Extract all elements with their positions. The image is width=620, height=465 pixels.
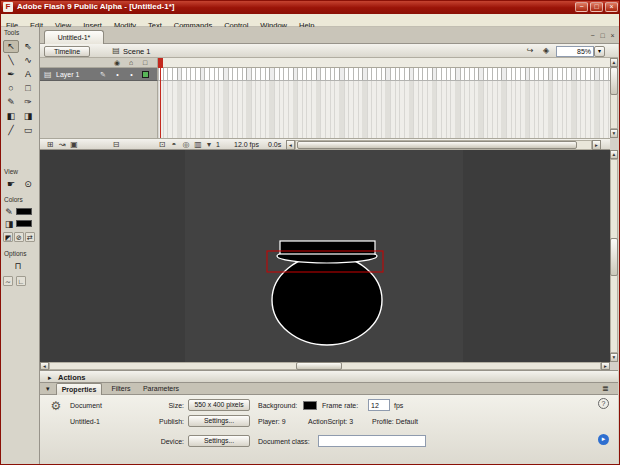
eraser-tool[interactable]: ▭ — [20, 124, 36, 137]
title-bar[interactable]: F Adobe Flash 9 Public Alpha - [Untitled… — [0, 0, 620, 14]
profile-info: Profile: Default — [372, 417, 418, 427]
timeline-scroll-up-icon[interactable]: ▴ — [610, 58, 618, 67]
timeline-scroll-right-icon[interactable]: ▸ — [592, 140, 601, 150]
pot-lid-shape[interactable] — [280, 241, 375, 254]
stage-scroll-left-icon[interactable]: ◂ — [40, 362, 49, 370]
expand-arrow-icon[interactable]: ▸ — [48, 372, 52, 383]
zoom-dropdown-icon[interactable]: ▾ — [594, 46, 605, 57]
scene-icon: ▤ — [110, 46, 122, 57]
brush-tool[interactable]: ✑ — [20, 96, 36, 109]
document-name-label: Untitled-1 — [70, 417, 100, 427]
actions-panel-bar[interactable]: ▸ Actions — [40, 370, 618, 383]
background-color-swatch[interactable] — [303, 401, 317, 410]
pot-body-shape[interactable] — [272, 255, 382, 345]
ink-bottle-tool[interactable]: ◧ — [3, 110, 19, 123]
stage-pasteboard[interactable] — [40, 150, 610, 362]
layer-lock-dot[interactable]: • — [128, 68, 135, 81]
layer-list-empty-area — [40, 81, 158, 138]
menu-bar: FileEditViewInsertModifyTextCommandsCont… — [0, 14, 620, 27]
layer-visibility-dot[interactable]: • — [114, 68, 121, 81]
straighten-button[interactable]: ∟ — [16, 276, 26, 286]
panel-minimize-icon[interactable]: − — [588, 31, 597, 41]
document-tab[interactable]: Untitled-1* — [44, 30, 104, 44]
playhead-line — [160, 68, 161, 138]
pencil-tool[interactable]: ✎ — [3, 96, 19, 109]
timeline-scroll-left-icon[interactable]: ◂ — [286, 140, 295, 150]
publish-label: Publish: — [146, 417, 184, 427]
layer-frames-row[interactable] — [158, 68, 610, 81]
rectangle-tool[interactable]: □ — [20, 82, 36, 95]
oval-tool[interactable]: ○ — [3, 82, 19, 95]
stage-vscroll-thumb[interactable] — [610, 238, 618, 276]
shortcut-icon[interactable]: ▸ — [598, 434, 609, 445]
timeline-scroll-down-icon[interactable]: ▾ — [610, 129, 618, 138]
line-tool[interactable]: ╲ — [3, 54, 19, 67]
tools-panel: Tools ↖ ⇖ ╲ ∿ ✒ A ○ □ ✎ ✑ ◧ ◨ ╱ ▭ View ☛… — [0, 27, 40, 465]
playhead-marker[interactable] — [158, 58, 163, 68]
layer-row[interactable]: ▤ Layer 1 ✎ • • — [40, 68, 158, 81]
eyedropper-tool[interactable]: ╱ — [3, 124, 19, 137]
frame-rate-input[interactable] — [368, 399, 390, 411]
app-icon: F — [3, 2, 13, 12]
minimize-button[interactable]: − — [575, 2, 588, 12]
stage-hscroll-thumb[interactable] — [296, 362, 342, 370]
zoom-level-select[interactable]: 85% — [556, 46, 594, 57]
outline-column-icon[interactable]: □ — [140, 58, 150, 68]
colors-section-label: Colors — [4, 196, 23, 204]
selection-tool[interactable]: ↖ — [3, 40, 19, 53]
tab-filters[interactable]: Filters — [106, 383, 136, 395]
view-section-label: View — [4, 168, 18, 176]
tab-properties[interactable]: Properties — [56, 383, 102, 395]
collapse-arrow-icon[interactable]: ▾ — [46, 384, 50, 394]
options-section-label: Options — [4, 250, 26, 258]
layer-outline-color-swatch[interactable] — [142, 71, 149, 78]
window-title: Adobe Flash 9 Public Alpha - [Untitled-1… — [17, 0, 175, 14]
snap-to-objects-button[interactable]: ⊓ — [10, 260, 26, 273]
zoom-tool[interactable]: ⊙ — [20, 178, 36, 191]
smooth-button[interactable]: ∼ — [3, 276, 13, 286]
frames-unused-area — [158, 81, 610, 138]
tab-parameters[interactable]: Parameters — [138, 383, 184, 395]
application-window: F Adobe Flash 9 Public Alpha - [Untitled… — [0, 0, 620, 465]
panel-menu-icon[interactable]: ≣ — [602, 384, 609, 394]
publish-settings-button[interactable]: Settings... — [188, 415, 250, 427]
subselection-tool[interactable]: ⇖ — [20, 40, 36, 53]
stage-scroll-right-icon[interactable]: ▸ — [601, 362, 610, 370]
stage-scroll-down-icon[interactable]: ▾ — [610, 353, 618, 362]
text-tool[interactable]: A — [20, 68, 36, 81]
size-label: Size: — [146, 401, 184, 411]
paint-bucket-tool[interactable]: ◨ — [20, 110, 36, 123]
timeline-scroll-thumb[interactable] — [610, 67, 618, 95]
maximize-button[interactable]: □ — [590, 2, 603, 12]
timeline-tab-button[interactable]: Timeline — [44, 46, 90, 57]
stroke-color-swatch[interactable] — [16, 208, 32, 215]
actions-panel-title[interactable]: Actions — [58, 372, 86, 383]
panel-close-icon[interactable]: × — [608, 31, 617, 41]
close-button[interactable]: × — [605, 2, 618, 12]
layer-column-header: ◉ ⌂ □ — [40, 58, 158, 68]
layer-name[interactable]: Layer 1 — [56, 68, 79, 81]
edit-scene-button[interactable]: ↪ — [524, 46, 536, 57]
scene-breadcrumb[interactable]: Scene 1 — [123, 46, 151, 57]
default-colors-button[interactable]: ◩ — [3, 232, 13, 242]
fill-color-swatch[interactable] — [16, 220, 32, 227]
swap-colors-button[interactable]: ⇄ — [25, 232, 35, 242]
help-icon[interactable]: ? — [598, 398, 609, 409]
device-settings-button[interactable]: Settings... — [188, 435, 250, 447]
no-color-button[interactable]: ⊘ — [14, 232, 24, 242]
timeline-hscroll-thumb[interactable] — [297, 141, 577, 149]
tools-section-label: Tools — [4, 29, 19, 37]
document-class-input[interactable] — [318, 435, 426, 447]
size-button[interactable]: 550 x 400 pixels — [188, 399, 250, 411]
edit-symbol-button[interactable]: ◈ — [540, 46, 552, 57]
lasso-tool[interactable]: ∿ — [20, 54, 36, 67]
show-hide-column-icon[interactable]: ◉ — [112, 58, 122, 68]
stage-scroll-up-icon[interactable]: ▴ — [610, 150, 618, 159]
actionscript-info: ActionScript: 3 — [308, 417, 353, 427]
pen-tool[interactable]: ✒ — [3, 68, 19, 81]
frame-ruler[interactable]: 5101520253035404550556065707580859095 — [158, 58, 610, 68]
document-tab-bar: Untitled-1* − □ × — [40, 27, 620, 44]
panel-restore-icon[interactable]: □ — [598, 31, 607, 41]
hand-tool[interactable]: ☛ — [3, 178, 19, 191]
lock-column-icon[interactable]: ⌂ — [126, 58, 136, 68]
